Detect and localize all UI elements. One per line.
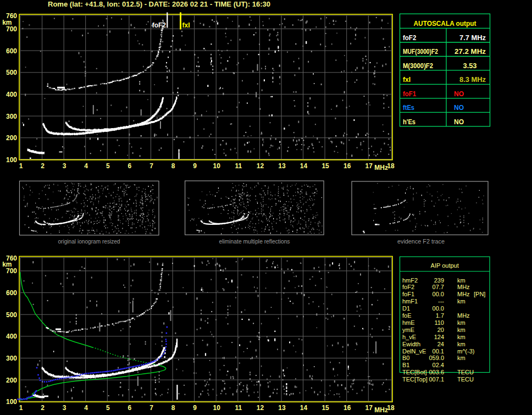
svg-text:km: km: [457, 341, 465, 347]
svg-text:B1: B1: [402, 362, 409, 368]
svg-text:TECU: TECU: [457, 369, 474, 375]
svg-text:AIP output: AIP output: [431, 262, 459, 269]
svg-text:---: ---: [438, 298, 444, 305]
svg-text:eliminate multiple reflections: eliminate multiple reflections: [219, 238, 290, 245]
svg-text:ymE: ymE: [402, 327, 414, 333]
svg-text:fxI: fxI: [182, 21, 190, 29]
svg-text:110: 110: [434, 319, 444, 326]
svg-text:6: 6: [128, 404, 132, 412]
svg-text:300: 300: [6, 113, 17, 120]
svg-text:07.7: 07.7: [433, 284, 444, 290]
svg-text:3: 3: [63, 404, 66, 412]
svg-text:7: 7: [149, 404, 153, 412]
svg-text:AUTOSCALA output: AUTOSCALA output: [414, 20, 477, 27]
svg-text:8.3 MHz: 8.3 MHz: [459, 76, 486, 84]
svg-text:300: 300: [6, 355, 17, 362]
svg-text:D1: D1: [402, 305, 410, 312]
svg-text:2: 2: [41, 162, 45, 170]
svg-text:B0: B0: [402, 355, 409, 361]
svg-text:20: 20: [437, 327, 444, 333]
svg-text:239: 239: [434, 277, 444, 284]
svg-text:16: 16: [343, 404, 351, 412]
svg-text:foF2: foF2: [402, 284, 414, 290]
svg-text:10: 10: [213, 162, 221, 170]
svg-text:2: 2: [41, 404, 45, 412]
svg-text:100: 100: [6, 398, 17, 406]
svg-text:4: 4: [84, 162, 88, 170]
svg-text:original ionogram resized: original ionogram resized: [58, 238, 120, 245]
svg-text:700: 700: [6, 25, 17, 33]
svg-text:4: 4: [84, 404, 88, 412]
svg-text:TECU: TECU: [457, 376, 474, 383]
svg-text:evidence F2 trace: evidence F2 trace: [397, 238, 445, 245]
svg-text:Ewidth: Ewidth: [402, 341, 420, 347]
svg-text:13: 13: [278, 404, 286, 412]
svg-text:9: 9: [193, 162, 197, 170]
svg-text:h_vE: h_vE: [402, 334, 416, 340]
svg-text:foF2: foF2: [152, 21, 167, 29]
svg-text:18: 18: [387, 162, 395, 170]
svg-text:1: 1: [19, 404, 23, 412]
svg-text:007.1: 007.1: [429, 376, 444, 383]
svg-text:hmF1: hmF1: [402, 298, 418, 305]
svg-text:MHz: MHz: [457, 284, 470, 290]
svg-text:10: 10: [213, 404, 221, 412]
svg-text:TEC[Top]: TEC[Top]: [402, 376, 428, 383]
svg-text:Rome (lat: +41.8, lon: 012.5): Rome (lat: +41.8, lon: 012.5) - DATE: 20…: [48, 1, 270, 8]
svg-text:MHz: MHz: [457, 291, 470, 297]
svg-text:8: 8: [171, 162, 175, 170]
svg-text:MHz: MHz: [374, 164, 388, 171]
svg-text:400: 400: [6, 333, 17, 340]
svg-text:hmF2: hmF2: [402, 277, 418, 284]
svg-text:15: 15: [322, 404, 329, 412]
svg-text:h'Es: h'Es: [403, 118, 415, 126]
svg-text:km: km: [457, 319, 465, 326]
svg-text:NO: NO: [454, 104, 464, 112]
svg-text:00.0: 00.0: [433, 291, 444, 297]
svg-text:km: km: [457, 327, 465, 333]
svg-text:7: 7: [149, 162, 153, 170]
svg-text:14: 14: [300, 404, 308, 412]
svg-text:NO: NO: [454, 118, 464, 126]
svg-text:100: 100: [6, 156, 17, 164]
svg-text:17: 17: [365, 404, 373, 412]
svg-text:MHz: MHz: [374, 406, 388, 414]
svg-text:00.0: 00.0: [433, 305, 444, 312]
svg-text:3: 3: [63, 162, 66, 170]
svg-text:MUF(3000)F2: MUF(3000)F2: [403, 48, 438, 56]
svg-text:5: 5: [106, 162, 110, 170]
svg-text:TEC[Bot]: TEC[Bot]: [402, 369, 427, 375]
svg-text:8: 8: [171, 404, 175, 412]
svg-text:400: 400: [6, 91, 17, 98]
svg-text:11: 11: [235, 162, 242, 170]
svg-text:12: 12: [257, 162, 264, 170]
svg-text:km: km: [457, 355, 465, 361]
svg-text:200: 200: [6, 134, 17, 142]
svg-text:foE: foE: [402, 312, 412, 319]
svg-text:15: 15: [322, 162, 329, 170]
svg-text:km: km: [457, 277, 465, 284]
svg-text:MHz: MHz: [457, 312, 470, 319]
svg-text:12: 12: [257, 404, 264, 412]
svg-text:18: 18: [387, 404, 395, 412]
svg-text:500: 500: [6, 311, 17, 319]
svg-text:7.7 MHz: 7.7 MHz: [459, 34, 486, 42]
svg-text:foF1: foF1: [402, 291, 414, 297]
svg-text:700: 700: [6, 267, 17, 275]
svg-text:DelN_vE: DelN_vE: [402, 348, 426, 355]
svg-text:02.4: 02.4: [433, 362, 444, 368]
svg-text:foF2: foF2: [403, 34, 417, 42]
svg-text:fxI: fxI: [403, 76, 411, 84]
svg-text:km: km: [457, 298, 465, 305]
svg-text:17: 17: [365, 162, 373, 170]
svg-text:3.53: 3.53: [463, 62, 477, 70]
svg-text:foF1: foF1: [403, 90, 416, 98]
svg-text:hmE: hmE: [402, 319, 415, 326]
svg-text:6: 6: [128, 162, 132, 170]
svg-text:M(3000)F2: M(3000)F2: [403, 62, 433, 70]
svg-text:km: km: [457, 334, 465, 340]
svg-text:600: 600: [6, 289, 17, 297]
svg-text:14: 14: [300, 162, 308, 170]
svg-text:NO: NO: [454, 90, 464, 98]
svg-text:9: 9: [193, 404, 197, 412]
